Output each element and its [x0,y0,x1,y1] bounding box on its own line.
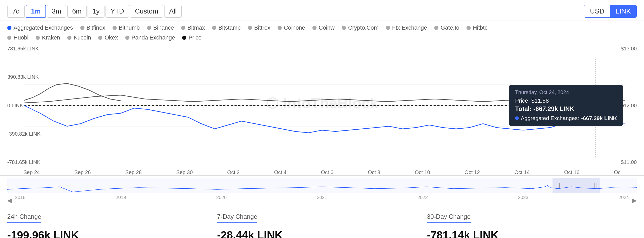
legend-dot-kraken [36,36,40,40]
legend-label-okex: Okex [104,34,118,41]
btn-ytd[interactable]: YTD [106,5,129,18]
legend-dot-gate [434,26,438,30]
legend-kucoin[interactable]: Kucoin [67,34,91,41]
legend-dot-bithumb [113,26,117,30]
stat-7d-value: -28.44k LINK [217,229,411,238]
legend-dot-binance [147,26,151,30]
stat-24h: 24h Change -199.96k LINK [7,213,217,238]
legend-okex[interactable]: Okex [98,34,118,41]
stats-section: 24h Change -199.96k LINK 7-Day Change -2… [0,205,644,238]
main-chart-area: 781.65k LINK 390.83k LINK 0 LINK -390.82… [0,43,644,168]
mini-x-2023: 2023 [518,195,528,200]
legend-label-cryptocom: Crypto.Com [348,24,378,31]
legend-dot-bitstamp [212,26,216,30]
legend-ftx[interactable]: Ftx Exchange [386,24,427,31]
btn-usd[interactable]: USD [584,5,610,17]
btn-1m[interactable]: 1m [26,5,46,18]
legend-label-binance: Binance [153,24,174,31]
tooltip-price: Price: $11.58 [515,97,617,104]
legend-price[interactable]: Price [182,34,201,41]
legend-bitfinex[interactable]: Bitfinex [80,24,105,31]
legend-dot-bittrex [248,26,252,30]
legend-bitmax[interactable]: Bitmax [181,24,205,31]
tooltip-agg-label: Aggregated Exchanges: [521,115,579,121]
x-label-11: Oct 16 [564,169,580,175]
tooltip-agg-value: -667.29k LINK [581,115,617,121]
legend-dot-cryptocom [342,26,346,30]
btn-1y[interactable]: 1y [88,5,104,18]
legend-dot-bitfinex [80,26,84,30]
legend-hitbtc[interactable]: Hitbtc [466,24,487,31]
btn-link[interactable]: LINK [610,5,636,17]
legend-huobi[interactable]: Huobi [7,34,28,41]
scroll-thumb[interactable] [553,178,600,193]
tooltip-total: Total: -667.29k LINK [515,105,617,113]
legend-dot-panda [125,36,129,40]
btn-6m[interactable]: 6m [67,5,87,18]
legend-label-bittrex: Bittrex [254,24,270,31]
mini-x-2019: 2019 [116,195,126,200]
svg-rect-6 [7,178,637,193]
legend-bitstamp[interactable]: Bitstamp [212,24,241,31]
tooltip-total-value: -667.29k LINK [533,105,574,112]
legend-label-bithumb: Bithumb [119,24,140,31]
x-label-12: Oc [614,169,621,175]
mini-x-2018: 2018 [15,195,25,200]
legend-dot-aggregated [7,26,11,30]
legend-label-kucoin: Kucoin [74,34,91,41]
x-label-6: Oct 6 [321,169,333,175]
top-bar: 7d 1m 3m 6m 1y YTD Custom All USD LINK [0,0,644,21]
legend-label-bitmax: Bitmax [187,24,205,31]
tooltip-agg: Aggregated Exchanges: -667.29k LINK [515,115,617,121]
tooltip-total-label: Total: [515,105,532,112]
legend-label-bitfinex: Bitfinex [87,24,105,31]
legend-dot-coinw [312,26,317,30]
legend-dot-kucoin [67,36,71,40]
legend-label-ftx: Ftx Exchange [392,24,427,31]
x-axis: Sep 24 Sep 26 Sep 28 Sep 30 Oct 2 Oct 4 … [0,168,644,175]
mini-x-2022: 2022 [417,195,428,200]
price-line-peak [24,83,121,101]
stat-30d-label: 30-Day Change [427,213,471,223]
legend-coinone[interactable]: Coinone [278,24,305,31]
stat-7d-label: 7-Day Change [217,213,257,223]
legend-panda[interactable]: Panda Exchange [125,34,175,41]
legend-dot-ftx [386,26,390,30]
stat-30d-value: -781.14k LINK [427,229,621,238]
mini-chart-svg[interactable] [7,178,637,193]
legend-coinw[interactable]: Coinw [312,24,334,31]
legend-cryptocom[interactable]: Crypto.Com [342,24,378,31]
chart-legend: Aggregated Exchanges Bitfinex Bithumb Bi… [0,21,644,33]
legend-dot-okex [98,36,102,40]
legend-label-aggregated: Aggregated Exchanges [14,24,73,31]
legend-binance[interactable]: Binance [147,24,174,31]
legend-dot-coinone [278,26,282,30]
legend-dot-hitbtc [466,26,471,30]
mini-chart-area[interactable]: 2018 2019 2020 2021 2022 2023 2024 [0,175,644,196]
btn-custom[interactable]: Custom [130,5,163,18]
legend-label-coinone: Coinone [284,24,305,31]
legend-label-price: Price [188,34,201,41]
legend-bithumb[interactable]: Bithumb [113,24,140,31]
legend-label-bitstamp: Bitstamp [218,24,241,31]
legend-bittrex[interactable]: Bittrex [248,24,270,31]
legend-dot-price [182,36,186,40]
mini-x-2024: 2024 [619,195,629,200]
legend-label-coinw: Coinw [319,24,334,31]
legend-gate[interactable]: Gate.Io [434,24,459,31]
mini-x-axis: 2018 2019 2020 2021 2022 2023 2024 [7,194,637,200]
legend-aggregated[interactable]: Aggregated Exchanges [7,24,73,31]
btn-7d[interactable]: 7d [7,5,25,18]
btn-3m[interactable]: 3m [47,5,66,18]
x-label-4: Oct 2 [227,169,240,175]
legend-dot-huobi [7,36,11,40]
legend-label-hitbtc: Hitbtc [473,24,487,31]
btn-all[interactable]: All [164,5,182,18]
tooltip-price-label: Price: [515,97,530,104]
legend-kraken[interactable]: Kraken [36,34,60,41]
x-label-1: Sep 26 [74,169,91,175]
stat-7d: 7-Day Change -28.44k LINK [217,213,427,238]
legend-label-kraken: Kraken [42,34,60,41]
mini-x-2021: 2021 [317,195,327,200]
x-label-3: Sep 30 [176,169,193,175]
